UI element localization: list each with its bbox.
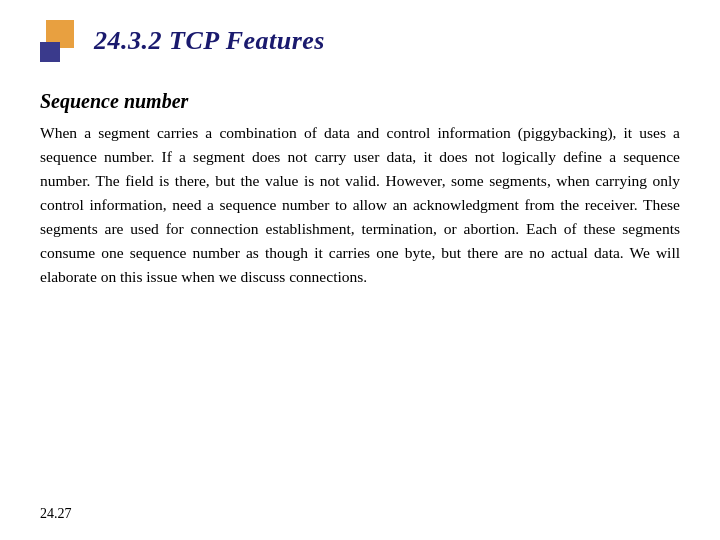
footer-page-number: 24.27 (40, 506, 72, 521)
logo-blue-square (40, 42, 60, 62)
page-title: 24.3.2 TCP Features (94, 26, 325, 56)
footer-label: 24.27 (40, 506, 72, 522)
header-area: 24.3.2 TCP Features (40, 20, 680, 62)
section-heading: Sequence number (40, 90, 680, 113)
page-container: 24.3.2 TCP Features Sequence number When… (0, 0, 720, 540)
logo-icon (40, 20, 82, 62)
body-text: When a segment carries a combination of … (40, 121, 680, 289)
section-content: Sequence number When a segment carries a… (40, 90, 680, 289)
